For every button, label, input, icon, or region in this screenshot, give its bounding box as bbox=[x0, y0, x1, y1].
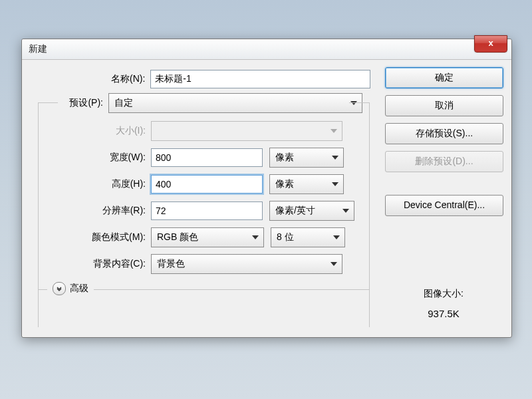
height-unit-select[interactable]: 像素 bbox=[269, 174, 344, 194]
advanced-label: 高级 bbox=[70, 283, 88, 295]
title-bar: 新建 x bbox=[22, 39, 511, 60]
width-input[interactable] bbox=[151, 148, 263, 167]
bit-depth-value: 8 位 bbox=[277, 231, 294, 243]
chevron-down-icon bbox=[252, 235, 259, 239]
advanced-toggle[interactable]: 高级 bbox=[47, 282, 94, 295]
size-select bbox=[151, 121, 342, 141]
button-column: 确定 取消 存储预设(S)... 删除预设(D)... Device Centr… bbox=[385, 67, 502, 319]
chevron-down-icon bbox=[350, 101, 357, 105]
form-area: 名称(N): 预设(P): 自定 大小(I): bbox=[31, 67, 370, 328]
chevron-down-icon bbox=[331, 262, 337, 266]
height-label: 高度(H): bbox=[31, 178, 151, 190]
name-label: 名称(N): bbox=[31, 73, 150, 85]
name-input[interactable] bbox=[150, 70, 370, 88]
chevron-down-icon bbox=[332, 182, 338, 186]
resolution-unit-value: 像素/英寸 bbox=[275, 205, 315, 217]
width-unit-select[interactable]: 像素 bbox=[269, 148, 344, 168]
color-mode-select[interactable]: RGB 颜色 bbox=[151, 227, 264, 247]
bg-select[interactable]: 背景色 bbox=[151, 254, 342, 274]
cancel-button[interactable]: 取消 bbox=[385, 95, 503, 116]
delete-preset-button: 删除预设(D)... bbox=[385, 151, 503, 172]
image-size-readout: 图像大小: 937.5K bbox=[385, 288, 502, 319]
height-input[interactable] bbox=[151, 175, 263, 194]
bg-label: 背景内容(C): bbox=[31, 258, 151, 270]
ok-button[interactable]: 确定 bbox=[385, 67, 503, 88]
chevron-down-icon bbox=[333, 235, 340, 239]
height-unit-value: 像素 bbox=[275, 178, 294, 190]
preset-value: 自定 bbox=[114, 97, 133, 109]
chevron-down-icon bbox=[331, 129, 337, 133]
resolution-input[interactable] bbox=[151, 201, 263, 220]
preset-select[interactable]: 自定 bbox=[108, 93, 362, 113]
close-button[interactable]: x bbox=[474, 35, 507, 53]
device-central-button[interactable]: Device Central(E)... bbox=[385, 195, 503, 216]
expand-icon bbox=[53, 282, 66, 295]
dialog-title: 新建 bbox=[29, 43, 47, 55]
fieldset-line bbox=[38, 102, 58, 103]
bg-value: 背景色 bbox=[157, 258, 185, 270]
fieldset-line bbox=[349, 102, 369, 103]
width-unit-value: 像素 bbox=[275, 152, 294, 164]
resolution-label: 分辨率(R): bbox=[31, 205, 151, 217]
dialog-body: 名称(N): 预设(P): 自定 大小(I): bbox=[31, 67, 502, 328]
image-size-label: 图像大小: bbox=[385, 288, 502, 300]
color-mode-value: RGB 颜色 bbox=[157, 231, 198, 243]
close-icon: x bbox=[488, 38, 493, 48]
chevron-down-icon bbox=[342, 209, 349, 213]
chevron-down-icon bbox=[332, 156, 338, 160]
bit-depth-select[interactable]: 8 位 bbox=[271, 227, 345, 247]
save-preset-button[interactable]: 存储预设(S)... bbox=[385, 123, 503, 144]
size-label: 大小(I): bbox=[31, 125, 151, 137]
preset-label: 预设(P): bbox=[31, 97, 108, 109]
image-size-value: 937.5K bbox=[385, 308, 502, 319]
width-label: 宽度(W): bbox=[31, 152, 151, 164]
resolution-unit-select[interactable]: 像素/英寸 bbox=[269, 201, 354, 221]
color-mode-label: 颜色模式(M): bbox=[31, 231, 151, 243]
new-document-dialog: 新建 x 名称(N): 预设(P): 自定 bbox=[21, 39, 512, 338]
